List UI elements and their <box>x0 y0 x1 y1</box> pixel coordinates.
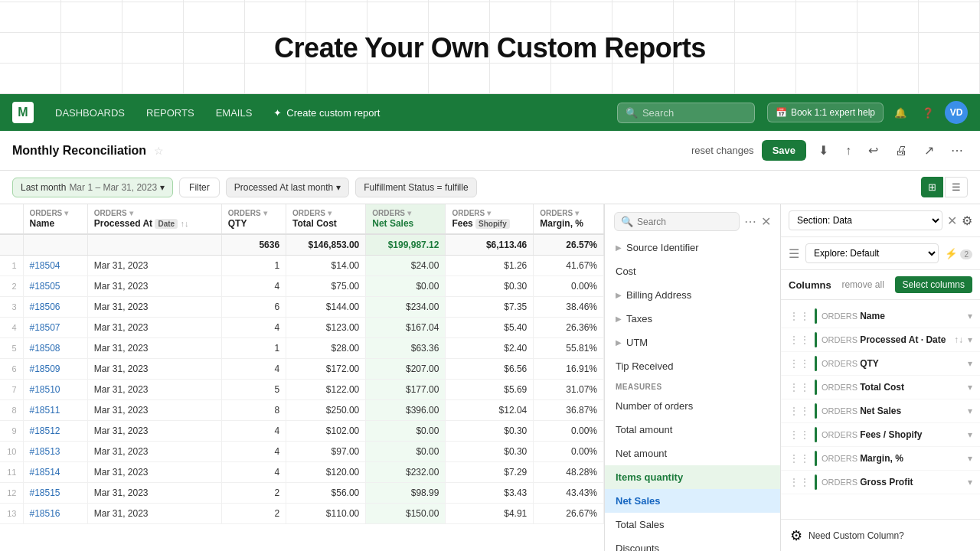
search-item-source[interactable]: ▶ Source Identifier <box>605 236 780 259</box>
search-item-total-amount[interactable]: Total amount <box>605 418 780 442</box>
avatar[interactable]: VD <box>945 101 968 124</box>
nav-create-report[interactable]: ✦ Create custom report <box>264 94 389 131</box>
cell-name[interactable]: #18505 <box>23 276 87 297</box>
drag-handle[interactable]: ⋮⋮ <box>789 476 810 488</box>
save-button[interactable]: Save <box>762 140 806 161</box>
col-header-net-sales[interactable]: ORDERS▾ Net Sales <box>366 204 446 234</box>
search-item-net-sales[interactable]: Net Sales <box>605 489 780 513</box>
processed-at-filter[interactable]: Processed At last month ▾ <box>226 178 349 197</box>
col-header-processed-at[interactable]: ORDERS▾ Processed At Date ↑↓ <box>87 204 221 234</box>
col-expand-icon[interactable]: ▾ <box>968 311 972 321</box>
select-columns-button[interactable]: Select columns <box>895 276 972 293</box>
list-view-button[interactable]: ☰ <box>945 177 968 197</box>
row-number: 4 <box>0 318 23 338</box>
col-dropdown-name[interactable]: ▾ <box>64 209 68 217</box>
col-header-qty[interactable]: ORDERS▾ QTY <box>221 204 286 234</box>
col-expand-icon[interactable]: ▾ <box>968 358 972 369</box>
col-header-total-cost[interactable]: ORDERS▾ Total Cost <box>286 204 366 234</box>
search-item-utm[interactable]: ▶ UTM <box>605 331 780 354</box>
download-button[interactable]: ⬇ <box>814 140 833 161</box>
drag-handle[interactable]: ⋮⋮ <box>789 334 810 346</box>
search-item-discounts[interactable]: Discounts <box>605 536 780 551</box>
more-options-icon[interactable]: ⋯ <box>744 214 756 229</box>
remove-all-button[interactable]: remove all <box>841 279 884 290</box>
drag-handle[interactable]: ⋮⋮ <box>789 381 810 393</box>
nav-dashboards[interactable]: DASHBOARDS <box>46 94 134 131</box>
cell-name[interactable]: #18511 <box>23 400 87 421</box>
book-expert-button[interactable]: 📅 Book 1:1 expert help <box>767 103 884 122</box>
close-icon[interactable]: ✕ <box>761 214 771 229</box>
search-item-tip[interactable]: Tip Received <box>605 354 780 378</box>
search-item-num-orders[interactable]: Number of orders <box>605 394 780 418</box>
col-expand-icon[interactable]: ▾ <box>968 406 972 416</box>
col-expand-icon[interactable]: ▾ <box>968 453 972 464</box>
col-dropdown-processed[interactable]: ▾ <box>129 209 133 217</box>
search-item-net-amount[interactable]: Net amount <box>605 442 780 465</box>
search-item-billing[interactable]: ▶ Billing Address <box>605 283 780 307</box>
notifications-button[interactable]: 🔔 <box>890 102 911 123</box>
drag-handle[interactable]: ⋮⋮ <box>789 357 810 370</box>
cell-name[interactable]: #18510 <box>23 380 87 400</box>
favorite-icon[interactable]: ☆ <box>154 145 164 157</box>
nav-emails[interactable]: EMAILS <box>207 94 262 131</box>
search-item-items-qty[interactable]: Items quantity <box>605 465 780 489</box>
cell-name[interactable]: #18513 <box>23 442 87 462</box>
col-expand-icon[interactable]: ▾ <box>968 429 972 440</box>
col-header-margin[interactable]: ORDERS▾ Margin, % <box>534 204 604 234</box>
col-dropdown-fees[interactable]: ▾ <box>487 209 491 217</box>
cell-name[interactable]: #18509 <box>23 359 87 380</box>
navbar-logo[interactable]: M <box>12 102 34 123</box>
col-header-name[interactable]: ORDERS▾ Name <box>23 204 87 234</box>
col-dropdown-cost[interactable]: ▾ <box>328 209 332 217</box>
fulfillment-filter[interactable]: Fulfillment Status = fulfille <box>355 178 476 197</box>
nav-reports[interactable]: REPORTS <box>137 94 204 131</box>
undo-button[interactable]: ↩ <box>864 140 883 161</box>
drag-handle[interactable]: ⋮⋮ <box>789 310 810 322</box>
cell-name[interactable]: #18504 <box>23 256 87 276</box>
drag-handle[interactable]: ⋮⋮ <box>789 405 810 417</box>
table-row: 3 #18506 Mar 31, 2023 6 $144.00 $234.00 … <box>0 297 604 318</box>
cell-name[interactable]: #18508 <box>23 338 87 359</box>
share-button[interactable]: ↑ <box>841 141 856 161</box>
dropdown-icon: ▾ <box>160 182 165 193</box>
date-range-filter[interactable]: Last month Mar 1 – Mar 31, 2023 ▾ <box>12 178 173 197</box>
cell-name[interactable]: #18514 <box>23 462 87 483</box>
search-item-taxes[interactable]: ▶ Taxes <box>605 307 780 331</box>
navbar-search[interactable]: 🔍 Search <box>617 103 755 123</box>
drag-handle[interactable]: ⋮⋮ <box>789 452 810 465</box>
cell-name[interactable]: #18506 <box>23 297 87 318</box>
cell-qty: 4 <box>221 442 286 462</box>
filter-button[interactable]: Filter <box>179 178 220 197</box>
more-options-button[interactable]: ⋯ <box>946 140 968 161</box>
search-input-wrap[interactable]: 🔍 <box>614 212 740 231</box>
filter-icon: ⚡ <box>945 248 958 259</box>
print-button[interactable]: 🖨 <box>890 141 912 161</box>
search-item-cost[interactable]: Cost <box>605 259 780 283</box>
cell-fees: $12.04 <box>446 400 534 421</box>
explore-select[interactable]: Explore: Default <box>805 243 939 263</box>
reset-button[interactable]: reset changes <box>691 145 754 156</box>
cell-net-sales: $63.36 <box>366 338 446 359</box>
col-expand-icon[interactable]: ▾ <box>968 477 972 487</box>
col-dropdown-qty[interactable]: ▾ <box>263 209 267 217</box>
col-expand-icon[interactable]: ▾ <box>968 382 972 393</box>
search-item-total-sales[interactable]: Total Sales <box>605 513 780 536</box>
col-dropdown-sales[interactable]: ▾ <box>407 209 411 217</box>
grid-view-button[interactable]: ⊞ <box>921 177 943 197</box>
col-expand-icon[interactable]: ▾ <box>968 334 972 345</box>
section-select[interactable]: Section: Data <box>789 210 942 230</box>
columns-toolbar: ☰ Explore: Default ⚡ 2 <box>781 237 980 270</box>
col-header-fees[interactable]: ORDERS▾ Fees Shopify <box>446 204 534 234</box>
cell-name[interactable]: #18507 <box>23 318 87 338</box>
cell-name[interactable]: #18516 <box>23 504 87 524</box>
close-panel-button[interactable]: ✕ <box>947 214 957 228</box>
drag-handle[interactable]: ⋮⋮ <box>789 429 810 441</box>
search-input[interactable] <box>637 217 733 227</box>
external-link-button[interactable]: ↗ <box>920 140 939 161</box>
settings-button[interactable]: ⚙ <box>962 214 972 228</box>
filter-icon-button[interactable]: ⚡ 2 <box>945 248 972 259</box>
cell-name[interactable]: #18512 <box>23 421 87 442</box>
help-button[interactable]: ❓ <box>917 102 939 123</box>
cell-name[interactable]: #18515 <box>23 483 87 504</box>
col-dropdown-margin[interactable]: ▾ <box>575 209 579 217</box>
